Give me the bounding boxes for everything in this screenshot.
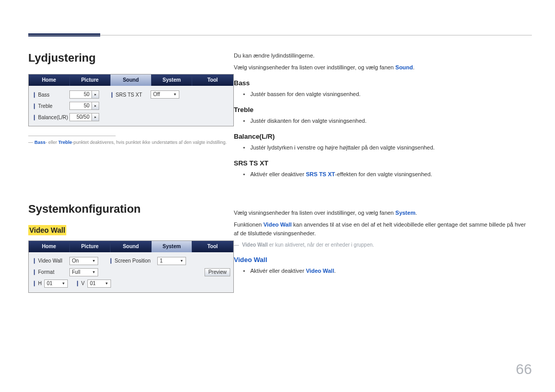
videowall-dropdown[interactable]: On▼ [69, 257, 98, 265]
li-srs: Aktivér eller deaktiver SRS TS XT-effekt… [243, 170, 532, 179]
heading-bass: Bass [234, 79, 532, 87]
label-srs: SRS TS XT [109, 92, 151, 98]
li-vw-b: . [334, 268, 336, 274]
label-v: V [75, 281, 87, 286]
label-bass: Bass [32, 92, 69, 98]
section-title-system: Systemkonfiguration [28, 202, 234, 216]
format-value: Full [72, 269, 80, 276]
bass-spin-icon[interactable]: ▸ [92, 90, 99, 99]
label-screenpos: Screen Position [108, 258, 157, 264]
row-treble: Treble 50 ▸ [32, 100, 230, 111]
row-videowall: Video Wall On▼ Screen Position 1▼ [32, 255, 230, 267]
sys-intro: Vælg visningsenheder fra listen over ind… [234, 209, 532, 217]
heading-treble: Treble [234, 106, 532, 114]
tab-tool[interactable]: Tool [192, 74, 233, 86]
li-bass: Justér bassen for den valgte visningsenh… [243, 90, 532, 99]
li-vw-kw: Video Wall [306, 268, 334, 274]
page-number: 66 [516, 361, 532, 378]
chevron-down-icon: ▼ [92, 257, 96, 265]
li-srs-kw: SRS TS XT [306, 171, 335, 177]
footnote-text-2: -punktet deaktiveres, hvis punktet ikke … [72, 140, 227, 145]
tab-system-2[interactable]: System [152, 241, 193, 252]
row-hv: H 01▼ V 01▼ [32, 278, 230, 289]
v-dropdown[interactable]: 01▼ [87, 279, 111, 288]
sys-intro-kw: System [395, 210, 415, 216]
tab-home[interactable]: Home [29, 74, 70, 86]
tab-home-2[interactable]: Home [29, 241, 70, 252]
tab-sound-2[interactable]: Sound [110, 241, 152, 252]
chevron-down-icon: ▼ [173, 91, 177, 98]
h-value: 01 [47, 280, 52, 287]
heading-videowall: Video Wall [234, 256, 532, 264]
sound-panel: Home Picture Sound System Tool Bass 50 ▸… [28, 74, 234, 126]
srs-value: Off [153, 91, 160, 98]
intro-text-2a: Vælg visningsenheder fra listen over ind… [234, 64, 395, 70]
videowall-highlight: Video Wall [28, 225, 66, 235]
li-srs-b: -effekten for den valgte visningsenhed. [335, 171, 432, 177]
intro-text-1: Du kan ændre lydindstillingerne. [234, 51, 532, 60]
footnote-dash: ― [28, 139, 33, 146]
preview-button[interactable]: Preview [205, 268, 230, 276]
intro-kw-sound: Sound [395, 64, 413, 70]
screenpos-dropdown[interactable]: 1▼ [157, 257, 186, 265]
header-rule [28, 35, 532, 35]
sys-desc-kw: Video Wall [263, 221, 291, 228]
intro-text-2b: . [413, 64, 415, 70]
format-dropdown[interactable]: Full▼ [69, 268, 98, 276]
heading-balance: Balance(L/R) [234, 133, 532, 140]
srs-dropdown[interactable]: Off▼ [151, 90, 179, 99]
label-format: Format [32, 269, 69, 275]
left-column: Lydjustering Home Picture Sound System T… [28, 51, 234, 299]
sys-desc-a: Funktionen [234, 221, 263, 228]
tab-tool-2[interactable]: Tool [192, 241, 233, 252]
chevron-down-icon: ▼ [180, 257, 183, 265]
sys-note-b: er kun aktiveret, når der er enheder i g… [268, 242, 374, 248]
sys-note: ― Video Wall er kun aktiveret, når der e… [234, 241, 532, 249]
v-value: 01 [90, 280, 96, 287]
sound-panel-body: Bass 50 ▸ SRS TS XT Off▼ Treble 50 ▸ Bal… [29, 86, 233, 126]
li-srs-a: Aktivér eller deaktiver [250, 171, 306, 177]
li-treble: Justér diskanten for den valgte visnings… [243, 117, 532, 125]
row-bass: Bass 50 ▸ SRS TS XT Off▼ [32, 89, 230, 100]
system-panel: Home Picture Sound System Tool Video Wal… [28, 240, 234, 293]
right-column: Du kan ændre lydindstillingerne. Vælg vi… [234, 51, 532, 275]
tab-picture[interactable]: Picture [70, 74, 111, 86]
tab-system[interactable]: System [152, 74, 193, 86]
sys-intro-b: . [415, 210, 417, 216]
row-format: Format Full▼ Preview [32, 267, 230, 278]
sys-desc: Funktionen Video Wall kan anvendes til a… [234, 220, 532, 238]
screenpos-value: 1 [160, 257, 163, 265]
section-title-sound: Lydjustering [28, 51, 234, 65]
h-dropdown[interactable]: 01▼ [44, 279, 68, 288]
row-balance: Balance(L/R) 50/50 ▸ [32, 111, 230, 123]
balance-value[interactable]: 50/50 [69, 113, 92, 121]
chevron-down-icon: ▼ [92, 269, 96, 276]
footnote-kw-treble: Treble [59, 140, 72, 145]
heading-srs: SRS TS XT [234, 159, 532, 167]
sound-tabs: Home Picture Sound System Tool [29, 74, 233, 86]
li-videowall: Aktivér eller deaktiver Video Wall. [243, 267, 532, 275]
chevron-down-icon: ▼ [62, 280, 65, 287]
tab-picture-2[interactable]: Picture [70, 241, 111, 252]
chevron-down-icon: ▼ [105, 280, 108, 287]
system-panel-body: Video Wall On▼ Screen Position 1▼ Format… [29, 252, 233, 292]
li-balance: Justér lydstyrken i venstre og højre høj… [243, 143, 532, 152]
label-h: H [32, 281, 44, 286]
balance-spin-icon[interactable]: ▸ [92, 113, 99, 121]
sys-intro-a: Vælg visningsenheder fra listen over ind… [234, 210, 395, 216]
tab-sound[interactable]: Sound [110, 74, 152, 86]
label-balance: Balance(L/R) [32, 115, 69, 120]
footnote-text-1: - eller [46, 140, 59, 145]
li-vw-a: Aktivér eller deaktiver [250, 268, 306, 274]
label-treble: Treble [32, 103, 69, 109]
intro-text-2: Vælg visningsenheder fra listen over ind… [234, 63, 532, 72]
footnote-sound: ― Bass- eller Treble-punktet deaktiveres… [28, 139, 234, 146]
footnote-rule [28, 136, 116, 136]
treble-value[interactable]: 50 [69, 102, 92, 110]
label-videowall: Video Wall [32, 258, 69, 264]
treble-spin-icon[interactable]: ▸ [92, 102, 99, 110]
sys-note-dash: ― [234, 241, 239, 249]
bass-value[interactable]: 50 [69, 90, 92, 99]
sys-note-kw: Video Wall [242, 242, 268, 248]
system-tabs: Home Picture Sound System Tool [29, 241, 233, 252]
